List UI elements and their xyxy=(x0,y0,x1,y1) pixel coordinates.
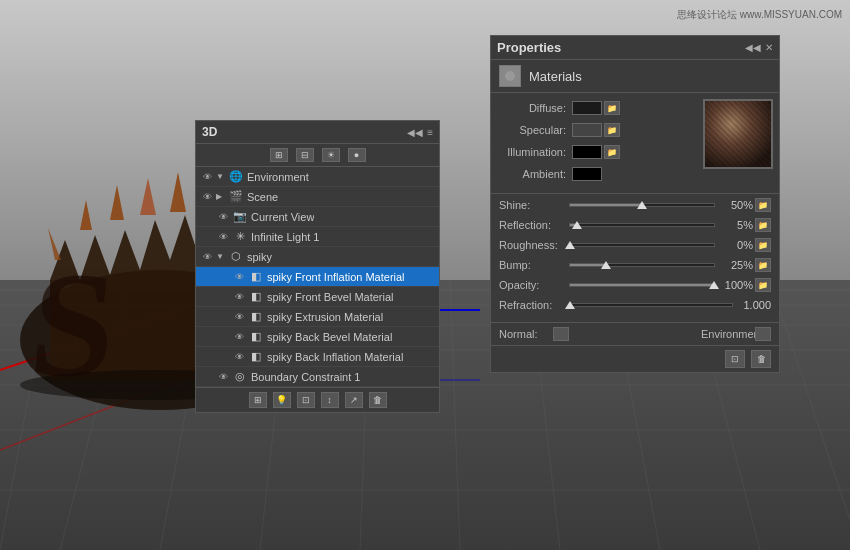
eye-icon[interactable]: 👁 xyxy=(200,250,214,264)
props-swatches-section: Diffuse: 📁 Specular: 📁 Illumination: 📁 A… xyxy=(491,93,779,193)
eye-icon[interactable]: 👁 xyxy=(216,370,230,384)
roughness-value: 0% xyxy=(715,239,753,251)
specular-row: Specular: 📁 xyxy=(497,121,697,139)
layer-item-infinite-light-1[interactable]: 👁 ✳ Infinite Light 1 xyxy=(196,227,439,247)
reflection-btn[interactable]: 📁 xyxy=(755,218,771,232)
illumination-row: Illumination: 📁 xyxy=(497,143,697,161)
layer-item-spiky[interactable]: 👁 ▼ ⬡ spiky xyxy=(196,247,439,267)
roughness-slider[interactable] xyxy=(569,238,715,252)
delete-btn[interactable]: 🗑 xyxy=(369,392,387,408)
bulb-icon[interactable]: ● xyxy=(348,148,366,162)
eye-icon[interactable]: 👁 xyxy=(200,190,214,204)
props-delete-btn[interactable]: 🗑 xyxy=(751,350,771,368)
layer-item-extrusion[interactable]: 👁 ◧ spiky Extrusion Material xyxy=(196,307,439,327)
export-btn[interactable]: ↗ xyxy=(345,392,363,408)
diffuse-folder-btn[interactable]: 📁 xyxy=(604,101,620,115)
object-icon: ⬡ xyxy=(228,250,244,264)
panel-3d-toolbar: ⊞ ⊟ ☀ ● xyxy=(196,144,439,167)
eye-icon[interactable]: 👁 xyxy=(232,290,246,304)
layer-name-spiky: spiky xyxy=(247,251,272,263)
eye-icon[interactable]: 👁 xyxy=(232,310,246,324)
normal-environment-row: Normal: Environment: xyxy=(491,322,779,345)
material-preview xyxy=(703,99,773,169)
panel-3d-title: 3D xyxy=(202,125,217,139)
refraction-row: Refraction: 1.000 xyxy=(499,298,771,312)
layer-item-back-inflation[interactable]: 👁 ◧ spiky Back Inflation Material xyxy=(196,347,439,367)
specular-folder-btn[interactable]: 📁 xyxy=(604,123,620,137)
props-menu-icon[interactable]: ✕ xyxy=(765,42,773,53)
material-icon: ◧ xyxy=(248,350,264,364)
expand-arrow: ▼ xyxy=(216,172,226,181)
shine-label: Shine: xyxy=(499,199,569,211)
add-light-btn[interactable]: 💡 xyxy=(273,392,291,408)
layer-name-infinite-light-1: Infinite Light 1 xyxy=(251,231,320,243)
reflection-row: Reflection: 5% 📁 xyxy=(499,218,771,232)
panel-3d-bottom-toolbar: ⊞ 💡 ⊡ ↕ ↗ 🗑 xyxy=(196,387,439,412)
refraction-slider[interactable] xyxy=(569,298,733,312)
opacity-slider[interactable] xyxy=(569,278,715,292)
normal-label: Normal: xyxy=(499,328,549,340)
pin-btn[interactable]: ↕ xyxy=(321,392,339,408)
roughness-btn[interactable]: 📁 xyxy=(755,238,771,252)
scene-icon[interactable]: ⊟ xyxy=(296,148,314,162)
roughness-row: Roughness: 0% 📁 xyxy=(499,238,771,252)
svg-point-37 xyxy=(505,71,515,81)
props-add-btn[interactable]: ⊡ xyxy=(725,350,745,368)
specular-swatch[interactable] xyxy=(572,123,602,137)
panel-properties: Properties ◀◀ ✕ Materials Diffuse: 📁 S xyxy=(490,35,780,373)
panel-menu-icon[interactable]: ≡ xyxy=(427,127,433,138)
lights-icon[interactable]: ☀ xyxy=(322,148,340,162)
bump-slider[interactable] xyxy=(569,258,715,272)
eye-icon[interactable]: 👁 xyxy=(200,170,214,184)
refraction-label: Refraction: xyxy=(499,299,569,311)
layer-name-scene: Scene xyxy=(247,191,278,203)
bump-btn[interactable]: 📁 xyxy=(755,258,771,272)
layer-item-current-view[interactable]: 👁 📷 Current View xyxy=(196,207,439,227)
layer-item-environment[interactable]: 👁 ▼ 🌐 Environment xyxy=(196,167,439,187)
light-icon: ✳ xyxy=(232,230,248,244)
materials-tab: Materials xyxy=(491,60,779,93)
ambient-swatch[interactable] xyxy=(572,167,602,181)
shine-btn[interactable]: 📁 xyxy=(755,198,771,212)
props-header: Properties ◀◀ ✕ xyxy=(491,36,779,60)
eye-icon[interactable]: 👁 xyxy=(216,210,230,224)
props-collapse-icon[interactable]: ◀◀ xyxy=(745,42,761,53)
layer-item-scene[interactable]: 👁 ▶ 🎬 Scene xyxy=(196,187,439,207)
layers-icon[interactable]: ⊞ xyxy=(270,148,288,162)
illumination-swatch[interactable] xyxy=(572,145,602,159)
layer-name-back-bevel: spiky Back Bevel Material xyxy=(267,331,392,343)
illumination-folder-btn[interactable]: 📁 xyxy=(604,145,620,159)
normal-btn[interactable] xyxy=(553,327,569,341)
panel-3d: 3D ◀◀ ≡ ⊞ ⊟ ☀ ● 👁 ▼ 🌐 Environment 👁 ▶ 🎬 … xyxy=(195,120,440,413)
eye-icon[interactable]: 👁 xyxy=(232,350,246,364)
capture-btn[interactable]: ⊡ xyxy=(297,392,315,408)
panel-3d-header: 3D ◀◀ ≡ xyxy=(196,121,439,144)
layer-name-boundary1: Boundary Constraint 1 xyxy=(251,371,360,383)
eye-icon[interactable]: 👁 xyxy=(232,330,246,344)
ambient-row: Ambient: xyxy=(497,165,697,183)
environment-btn[interactable] xyxy=(755,327,771,341)
layer-item-front-inflation[interactable]: 👁 ◧ spiky Front Inflation Material xyxy=(196,267,439,287)
roughness-label: Roughness: xyxy=(499,239,569,251)
eye-icon[interactable]: 👁 xyxy=(216,230,230,244)
panel-collapse-icon[interactable]: ◀◀ xyxy=(407,127,423,138)
shine-slider[interactable] xyxy=(569,198,715,212)
reflection-slider[interactable] xyxy=(569,218,715,232)
layer-item-boundary1[interactable]: 👁 ◎ Boundary Constraint 1 xyxy=(196,367,439,387)
shine-row: Shine: 50% 📁 xyxy=(499,198,771,212)
add-scene-btn[interactable]: ⊞ xyxy=(249,392,267,408)
opacity-label: Opacity: xyxy=(499,279,569,291)
reflection-value: 5% xyxy=(715,219,753,231)
shine-value: 50% xyxy=(715,199,753,211)
opacity-btn[interactable]: 📁 xyxy=(755,278,771,292)
opacity-value: 100% xyxy=(715,279,753,291)
layer-item-back-bevel[interactable]: 👁 ◧ spiky Back Bevel Material xyxy=(196,327,439,347)
refraction-value: 1.000 xyxy=(733,299,771,311)
diffuse-swatch[interactable] xyxy=(572,101,602,115)
eye-icon[interactable]: 👁 xyxy=(232,270,246,284)
materials-tab-icon[interactable] xyxy=(499,65,521,87)
bump-row: Bump: 25% 📁 xyxy=(499,258,771,272)
layer-name-back-inflation: spiky Back Inflation Material xyxy=(267,351,403,363)
layer-name-current-view: Current View xyxy=(251,211,314,223)
layer-item-front-bevel[interactable]: 👁 ◧ spiky Front Bevel Material xyxy=(196,287,439,307)
